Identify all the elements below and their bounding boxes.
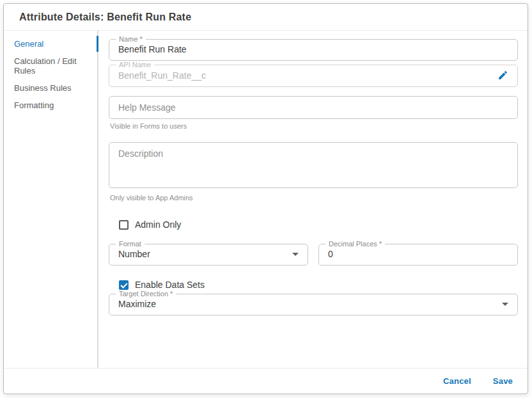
dialog-body: General Calculation / Edit Rules Busines… (4, 31, 528, 368)
attribute-details-dialog: Attribute Details: Benefit Run Rate Gene… (3, 3, 528, 394)
edit-api-name-button[interactable] (497, 70, 508, 81)
format-field[interactable]: Format (109, 240, 308, 266)
chevron-down-icon (502, 303, 508, 306)
name-field-label: Name * (116, 35, 146, 44)
description-textarea[interactable] (109, 142, 518, 188)
cancel-button[interactable]: Cancel (443, 376, 471, 386)
name-field: Name * (109, 35, 518, 61)
decimal-places-input[interactable] (328, 249, 508, 259)
format-field-label: Format (116, 240, 145, 248)
admin-only-label: Admin Only (135, 219, 181, 230)
sidebar-item-general[interactable]: General (4, 35, 97, 52)
sidebar-item-calculation-edit-rules[interactable]: Calculation / Edit Rules (4, 52, 97, 79)
help-message-helper-text: Visible in Forms to users (110, 122, 518, 130)
save-button[interactable]: Save (493, 376, 513, 386)
pencil-icon (497, 70, 508, 81)
sidebar-item-label: Formatting (14, 100, 54, 110)
help-message-field (109, 96, 518, 119)
help-message-input[interactable] (118, 102, 508, 113)
api-name-input (118, 70, 492, 81)
enable-data-sets-checkbox-row[interactable]: Enable Data Sets (119, 280, 518, 290)
dialog-footer: Cancel Save (4, 368, 528, 394)
target-direction-field[interactable]: Target Direction * (109, 290, 518, 315)
dialog-title: Attribute Details: Benefit Run Rate (19, 12, 191, 23)
name-input[interactable] (118, 44, 508, 54)
format-select-value[interactable] (118, 249, 287, 259)
api-name-field-label: API Name (116, 61, 154, 69)
decimal-places-field-label: Decimal Places * (325, 240, 385, 248)
dialog-header: Attribute Details: Benefit Run Rate (4, 4, 528, 31)
target-direction-field-label: Target Direction * (116, 290, 176, 298)
chevron-down-icon (292, 253, 299, 256)
target-direction-select-value[interactable] (118, 299, 497, 309)
decimal-places-field: Decimal Places * (318, 240, 518, 266)
enable-data-sets-checkbox[interactable] (119, 280, 129, 290)
sidebar: General Calculation / Edit Rules Busines… (4, 31, 98, 368)
admin-only-checkbox[interactable] (119, 220, 129, 230)
sidebar-item-formatting[interactable]: Formatting (4, 97, 97, 114)
sidebar-item-business-rules[interactable]: Business Rules (4, 79, 97, 97)
sidebar-item-label: General (14, 39, 43, 49)
sidebar-item-label: Calculation / Edit Rules (14, 56, 77, 76)
sidebar-item-label: Business Rules (14, 83, 72, 93)
general-form: Name * API Name Vis (98, 31, 528, 368)
enable-data-sets-label: Enable Data Sets (135, 280, 205, 290)
admin-only-checkbox-row[interactable]: Admin Only (119, 219, 518, 230)
api-name-field: API Name (109, 61, 518, 87)
description-helper-text: Only visible to App Admins (110, 194, 518, 202)
